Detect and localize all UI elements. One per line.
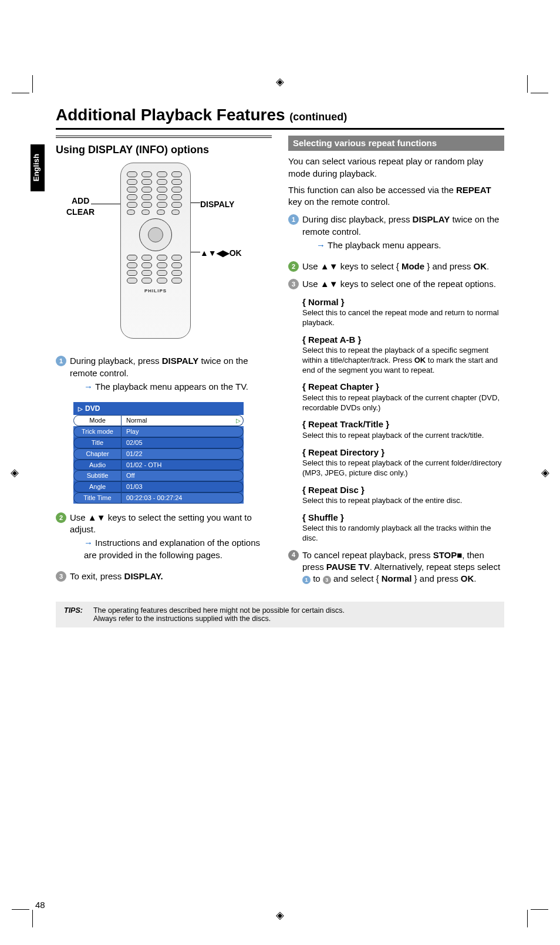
page-number: 48 [35,900,45,910]
osd-row: Title Time00:22:03 - 00:27:24 [73,492,244,504]
step-number-icon: 2 [56,512,66,523]
remote-button-grid-lower [127,255,184,284]
callout-clear: CLEAR [66,207,95,218]
tips-box: TIPS: The operating features described h… [56,602,504,627]
registration-mark-top: ◈ [276,75,284,88]
osd-row: Trick modePlay [73,426,244,437]
step-text: Use ▲▼ keys to select { Mode } and press… [302,261,489,272]
crop-mark [531,909,548,910]
inline-step-icon: 3 [323,576,331,584]
paragraph: This function can also be accessed via t… [288,184,504,208]
option-heading: { Repeat A-B } [302,334,504,346]
section-banner: Selecting various repeat functions [288,136,504,151]
option-heading: { Repeat Disc } [302,484,504,496]
right-column: Selecting various repeat functions You c… [288,136,504,591]
osd-label: Audio [73,460,122,471]
registration-mark-right: ◈ [541,466,549,479]
step-result: →The playback menu appears on the TV. [84,381,272,393]
step-2: 2 Use ▲▼ keys to select the setting you … [56,512,272,565]
step-text: During playback, press DISPALY twice on … [70,355,272,396]
crop-mark [32,910,33,927]
up-down-icon: ▲▼ [321,279,338,289]
step-number-icon: 1 [288,214,299,225]
remote-button-grid [127,171,184,215]
crop-mark [527,910,528,927]
registration-mark-left: ◈ [11,466,19,479]
inline-step-icon: 1 [302,576,311,584]
remote-navpad [139,218,172,251]
section-rule [56,136,272,138]
tips-text: The operating features described here mi… [93,606,345,623]
arrow-icon: → [84,538,93,548]
step-text: To exit, press DISPLAY. [70,571,163,582]
osd-row: ModeNormal▷ [73,415,244,426]
osd-label: Trick mode [73,426,122,437]
option-heading: { Repeat Chapter } [302,381,504,393]
step-1: 1 During playback, press DISPALY twice o… [56,355,272,396]
osd-row: Chapter01/22 [73,448,244,460]
remote-brand: PHILIPS [127,288,184,295]
title-main: Additional Playback Features [56,106,289,124]
arrow-icon: → [84,382,93,392]
stop-icon: ■ [457,550,462,560]
page-title: Additional Playback Features (continued) [56,106,528,124]
step-3: 3 Use ▲▼ keys to select one of the repea… [288,278,504,290]
step-number-icon: 3 [56,571,66,582]
leader-line [191,203,200,203]
leader-line [191,252,200,252]
section-heading: Using DISPLAY (INFO) options [56,143,272,157]
osd-value: 00:22:03 - 00:27:24 [122,492,244,504]
remote-subtext [127,295,184,299]
registration-mark-bottom: ◈ [276,909,284,922]
step-2: 2 Use ▲▼ keys to select { Mode } and pre… [288,261,504,272]
osd-value: Off [122,470,244,481]
play-icon: ▷ [78,406,83,412]
osd-row: SubtitleOff [73,470,244,481]
arrow-icon: → [316,240,325,250]
step-result: →The playback menu appears. [316,239,504,251]
step-text: During disc playback, press DISPLAY twic… [302,214,504,255]
option-heading: { Repeat Track/Title } [302,419,504,430]
title-rule [56,128,504,130]
paragraph: You can select various repeat play or ra… [288,156,504,180]
option-body: Select this to repeat playback of the cu… [302,393,504,413]
osd-menu: ▷DVD ModeNormal▷Trick modePlayTitle02/05… [73,402,244,504]
remote-body: PHILIPS [120,163,191,339]
osd-value: 02/05 [122,437,244,448]
caret-icon: ▷ [236,417,241,425]
osd-value: 01/02 - OTH [122,460,244,471]
osd-row: Angle01/03 [73,481,244,492]
step-text: Use ▲▼ keys to select the setting you wa… [70,512,272,565]
ok-label: OK [230,248,242,258]
option-body: Select this to repeat playback of the cu… [302,431,504,441]
osd-value: Play [122,426,244,437]
nav-arrows-icon: ▲▼◀▶ [200,248,230,258]
osd-title-bar: ▷DVD [73,402,244,415]
option-heading: { Repeat Directory } [302,447,504,458]
option-body: Select this to randomly playback all the… [302,524,504,544]
step-number-icon: 3 [288,279,299,289]
step-result: →Instructions and explanation of the opt… [84,537,272,561]
step-4: 4 To cancel repeat playback, press STOP■… [288,549,504,585]
option-body: Select this to repeat the playback of a … [302,346,504,376]
option-body: Select this to repeat playback of the en… [302,496,504,506]
language-tab: English [31,144,45,191]
osd-label: Title [73,437,122,448]
callout-add: ADD [66,195,95,207]
osd-row: Audio01/02 - OTH [73,460,244,471]
option-body: Select this to cancel the repeat mode an… [302,308,504,328]
osd-label: Title Time [73,492,122,504]
title-continued: (continued) [289,111,347,123]
osd-value: 01/03 [122,481,244,492]
osd-value: 01/22 [122,448,244,460]
crop-mark [527,75,528,93]
step-number-icon: 2 [288,261,299,272]
leader-line [91,204,120,204]
step-3: 3 To exit, press DISPLAY. [56,571,272,582]
option-heading: { Normal } [302,296,504,308]
up-down-icon: ▲▼ [321,261,338,271]
step-number-icon: 1 [56,356,66,366]
crop-mark [531,93,548,93]
option-body: Select this to repeat playback of the cu… [302,458,504,478]
osd-value: Normal▷ [122,415,244,426]
